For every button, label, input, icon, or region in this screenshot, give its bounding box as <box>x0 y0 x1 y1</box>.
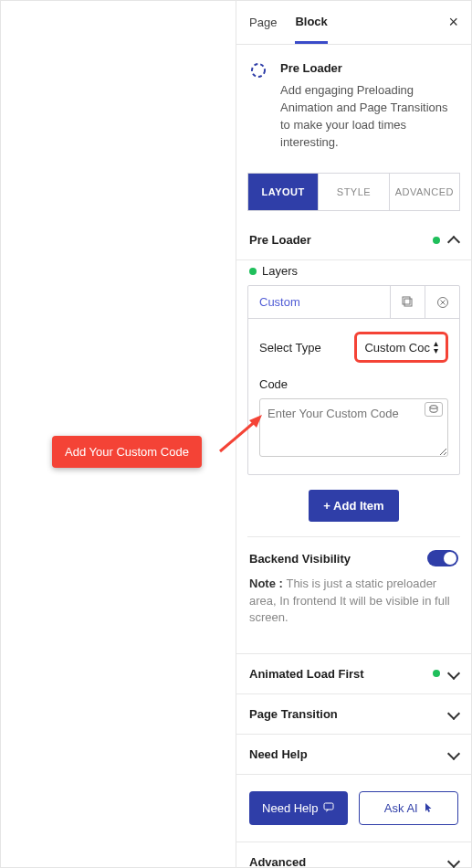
custom-code-input[interactable] <box>259 398 448 457</box>
duplicate-button[interactable] <box>390 286 425 318</box>
layers-label: Layers <box>247 260 460 285</box>
backend-visibility-toggle[interactable] <box>427 550 458 566</box>
add-item-button[interactable]: + Add Item <box>309 490 398 522</box>
code-label: Code <box>259 377 448 391</box>
annotation-arrow-icon <box>218 415 262 455</box>
section-advanced[interactable]: Advanced <box>236 842 471 868</box>
block-title: Pre Loader <box>280 61 458 75</box>
layer-card-title[interactable]: Custom <box>248 286 390 318</box>
help-buttons-row: Need Help Ask AI <box>236 775 471 842</box>
select-type-value: Custom Coc <box>364 341 430 355</box>
select-type-dropdown[interactable]: Custom Coc ▴▾ <box>359 336 444 358</box>
chevron-down-icon <box>447 667 460 680</box>
section-preloader[interactable]: Pre Loader <box>236 220 471 260</box>
backend-visibility-note: Note : This is just a static preloader a… <box>249 576 458 626</box>
tab-page[interactable]: Page <box>249 3 277 42</box>
chat-icon <box>323 802 334 813</box>
svg-line-8 <box>220 420 257 451</box>
section-adv-title: Advanced <box>249 855 306 868</box>
svg-rect-1 <box>404 299 412 306</box>
tab-layout[interactable]: LAYOUT <box>248 174 319 210</box>
preloader-icon <box>249 61 267 79</box>
status-dot-icon <box>433 237 440 244</box>
remove-button[interactable] <box>425 286 459 318</box>
layout-tabs: LAYOUT STYLE ADVANCED <box>247 173 460 211</box>
backend-visibility-label: Backend Visibility <box>249 552 351 566</box>
section-pt-title: Page Transition <box>249 707 338 721</box>
cursor-icon <box>424 802 433 813</box>
section-animated-load-first[interactable]: Animated Load First <box>236 653 471 694</box>
chevron-down-icon <box>447 707 460 720</box>
svg-point-0 <box>252 64 265 77</box>
updown-icon: ▴▾ <box>434 340 438 355</box>
status-dot-icon <box>433 670 440 677</box>
status-dot-icon <box>249 268 257 275</box>
inspector-sidebar: Page Block × Pre Loader Add engaging Pre… <box>236 1 471 867</box>
select-type-highlight: Custom Coc ▴▾ <box>354 332 448 363</box>
tab-block[interactable]: Block <box>295 2 327 44</box>
svg-rect-7 <box>324 803 333 810</box>
tab-advanced[interactable]: ADVANCED <box>390 174 459 210</box>
chevron-up-icon <box>447 236 460 249</box>
need-help-button[interactable]: Need Help <box>249 791 348 825</box>
section-preloader-title: Pre Loader <box>249 233 311 247</box>
chevron-down-icon <box>447 747 460 760</box>
section-page-transition[interactable]: Page Transition <box>236 694 471 735</box>
layer-card: Custom Select Type Custom Coc <box>247 285 460 475</box>
svg-rect-2 <box>403 297 410 304</box>
layers-label-text: Layers <box>262 264 298 278</box>
section-nh-title: Need Help <box>249 747 308 761</box>
tab-style[interactable]: STYLE <box>319 174 389 210</box>
annotation-callout: Add Your Custom Code <box>52 436 202 468</box>
layer-card-header: Custom <box>248 286 459 319</box>
chevron-down-icon <box>447 855 460 868</box>
block-header: Pre Loader Add engaging Preloading Anima… <box>236 45 471 158</box>
close-icon[interactable]: × <box>448 13 458 32</box>
select-type-label: Select Type <box>259 341 321 355</box>
block-desc: Add engaging Preloading Animation and Pa… <box>280 82 458 151</box>
select-type-row: Select Type Custom Coc ▴▾ <box>259 332 448 363</box>
section-alf-title: Animated Load First <box>249 667 364 681</box>
section-need-help[interactable]: Need Help <box>236 735 471 775</box>
ask-ai-button[interactable]: Ask AI <box>359 791 459 825</box>
layers-area: Layers Custom Select Type <box>236 260 471 653</box>
top-tabs: Page Block × <box>236 1 471 45</box>
dynamic-data-icon[interactable] <box>425 402 443 417</box>
svg-point-6 <box>430 406 437 409</box>
